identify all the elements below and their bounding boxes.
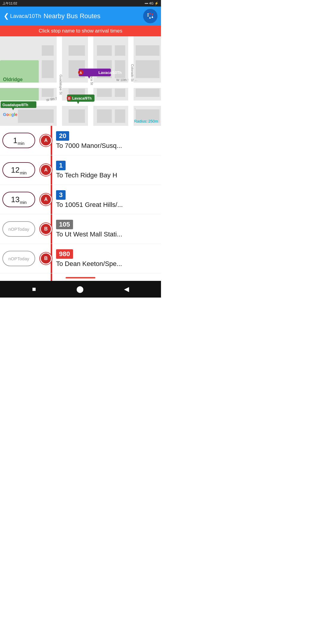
info-banner-text: Click stop name to show arrival times — [39, 28, 123, 34]
route-info: 980To Dean Keeton/Spe... — [56, 249, 161, 268]
svg-rect-29 — [115, 60, 125, 78]
svg-rect-33 — [97, 89, 112, 97]
route-number-badge: 3 — [56, 190, 66, 200]
svg-text:Colorado St: Colorado St — [131, 64, 134, 81]
svg-text:Oldridge: Oldridge — [3, 77, 23, 82]
svg-text:Guadalupe St: Guadalupe St — [59, 75, 63, 95]
svg-marker-1 — [149, 17, 151, 18]
route-destination: To Ut West Mall Stati... — [56, 230, 161, 238]
back-button[interactable]: ❮ — [4, 12, 9, 20]
svg-text:←: ← — [134, 78, 138, 83]
nav-home-button[interactable]: ⬤ — [76, 285, 84, 293]
svg-rect-4 — [147, 16, 149, 16]
svg-text:A: A — [80, 71, 82, 75]
svg-rect-21 — [42, 45, 54, 56]
google-logo: Google — [3, 112, 17, 117]
time-bubble: 13min — [2, 192, 35, 207]
svg-rect-34 — [115, 89, 125, 97]
bottom-line — [66, 277, 95, 278]
route-number-badge: 1 — [56, 161, 66, 170]
info-banner: Click stop name to show arrival times — [0, 26, 161, 36]
map-area[interactable]: Oldridge Square W 9th St W 10th St Guada… — [0, 36, 161, 126]
svg-rect-38 — [97, 109, 112, 123]
time-bubble: nOPToday — [2, 221, 35, 237]
nav-bar: ■ ⬤ ◀ — [0, 281, 161, 298]
time-value: 13 — [11, 195, 20, 204]
route-info: 3To 10051 Great Hills/... — [56, 190, 161, 209]
time-bubble: nOPToday — [2, 251, 35, 266]
route-destination: To Dean Keeton/Spe... — [56, 260, 161, 268]
svg-rect-37 — [69, 109, 85, 123]
time-bubble: 12min — [2, 162, 35, 178]
time-unit: min — [18, 141, 24, 146]
no-service-text: nOPToday — [8, 256, 29, 261]
svg-marker-5 — [151, 14, 153, 16]
svg-rect-22 — [69, 45, 85, 56]
stop-badge: A — [40, 134, 52, 146]
svg-text:B: B — [68, 97, 70, 100]
stop-badge: A — [40, 193, 52, 205]
route-destination: To 10051 Great Hills/... — [56, 201, 161, 209]
nav-back-button[interactable]: ◀ — [124, 285, 129, 293]
svg-rect-35 — [136, 89, 160, 97]
time-unit: min — [20, 200, 27, 205]
svg-rect-39 — [115, 109, 125, 123]
svg-rect-2 — [147, 13, 149, 14]
svg-rect-3 — [147, 15, 149, 15]
svg-rect-24 — [115, 45, 125, 56]
route-item[interactable]: nOPTodayB105To Ut West Mall Stati... — [0, 214, 161, 244]
time-value: 1 — [13, 136, 17, 145]
route-item[interactable]: 1minA20To 7000 Manor/Susq... — [0, 126, 161, 155]
nav-stop-button[interactable]: ■ — [32, 285, 36, 293]
svg-text:Lavaca/10Th: Lavaca/10Th — [98, 70, 122, 75]
time-bubble: 1min — [2, 133, 35, 148]
svg-rect-13 — [0, 83, 161, 88]
time-unit: min — [20, 171, 27, 175]
svg-text:Guadalupe/8Th: Guadalupe/8Th — [2, 103, 28, 107]
no-service-text: nOPToday — [8, 227, 29, 232]
svg-rect-30 — [136, 60, 160, 78]
route-number-badge: 980 — [56, 249, 73, 259]
radius-label: Radius: 250m — [134, 119, 158, 123]
routes-list: 1minA20To 7000 Manor/Susq...12minA1To Te… — [0, 126, 161, 281]
map-svg: Oldridge Square W 9th St W 10th St Guada… — [0, 36, 161, 126]
header-title: Nearby Bus Routes — [44, 12, 143, 20]
sort-icon-button[interactable] — [143, 9, 157, 23]
status-icons: ▪▪▪ 4G ⚡ — [145, 1, 159, 5]
route-item[interactable]: 13minA3To 10051 Great Hills/... — [0, 185, 161, 214]
route-info: 20To 7000 Manor/Susq... — [56, 131, 161, 150]
route-destination: To 7000 Manor/Susq... — [56, 142, 161, 150]
svg-rect-25 — [136, 45, 160, 56]
bottom-indicator — [0, 273, 161, 281]
stop-badge: B — [40, 223, 52, 235]
header: ❮ Lavaca/10Th Nearby Bus Routes — [0, 7, 161, 26]
time-value: 12 — [11, 165, 20, 175]
svg-text:Lavaca/9Th: Lavaca/9Th — [72, 96, 92, 100]
route-item[interactable]: 12minA1To Tech Ridge Bay H — [0, 155, 161, 185]
svg-rect-36 — [18, 109, 54, 123]
route-destination: To Tech Ridge Bay H — [56, 171, 161, 179]
stop-badge: A — [40, 164, 52, 176]
sort-icon — [146, 12, 154, 20]
svg-rect-26 — [42, 60, 54, 78]
svg-text:↑: ↑ — [51, 95, 53, 100]
route-info: 105To Ut West Mall Stati... — [56, 220, 161, 238]
stop-badge: B — [40, 253, 52, 264]
svg-marker-0 — [149, 13, 151, 15]
svg-text:↑: ↑ — [134, 107, 136, 111]
route-info: 1To Tech Ridge Bay H — [56, 161, 161, 179]
route-number-badge: 105 — [56, 220, 73, 229]
status-bar: 上午11:02 ▪▪▪ 4G ⚡ — [0, 0, 161, 7]
route-number-badge: 20 — [56, 131, 69, 141]
header-stop-name[interactable]: Lavaca/10Th — [10, 13, 41, 19]
svg-marker-6 — [151, 16, 153, 18]
svg-rect-23 — [97, 45, 112, 56]
route-item[interactable]: nOPTodayB980To Dean Keeton/Spe... — [0, 244, 161, 273]
status-time: 上午11:02 — [2, 1, 17, 6]
